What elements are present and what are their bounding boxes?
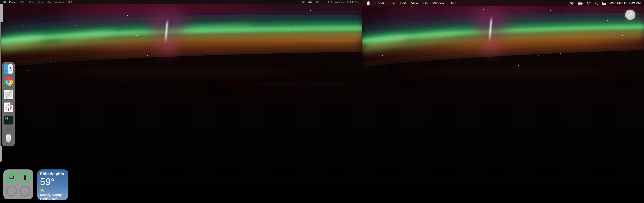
offscreen-window-edge-bottom[interactable] <box>0 146 2 162</box>
running-indicator <box>1 120 2 120</box>
control-center-icon[interactable] <box>328 1 332 3</box>
running-indicator <box>1 94 2 95</box>
wifi-icon[interactable] <box>316 1 319 3</box>
menu-edit[interactable]: Edit <box>29 1 34 4</box>
menu-file[interactable]: File <box>21 1 25 4</box>
control-center-icon[interactable] <box>602 2 606 5</box>
gear-icon[interactable] <box>302 1 305 4</box>
weather-high-low: H:59° L:42° <box>40 197 66 201</box>
running-indicator <box>1 107 2 108</box>
batteries-widget[interactable] <box>3 170 33 199</box>
dock-item-trash[interactable] <box>4 133 13 144</box>
apple-menu-icon[interactable] <box>3 0 6 4</box>
menu-window[interactable]: Window <box>55 1 64 4</box>
menu-view[interactable]: View <box>38 1 43 4</box>
menubar-clock[interactable]: Wed Mar 12 4:49 PM <box>335 1 358 4</box>
gear-icon[interactable] <box>570 1 574 5</box>
battery-slot-laptop <box>6 172 18 184</box>
mouse-icon <box>24 175 26 180</box>
weather-widget[interactable]: Philadelphia 59° Mostly Sunny H:59° L:42… <box>37 170 68 200</box>
wifi-icon[interactable] <box>587 2 591 5</box>
dock-item-finder[interactable] <box>4 64 13 74</box>
apple-menu-icon[interactable] <box>366 1 370 6</box>
dock-item-textedit[interactable] <box>4 90 13 99</box>
menu-edit[interactable]: Edit <box>400 1 406 5</box>
dock-item-terminal[interactable]: $ <box>4 115 13 125</box>
battery-charging-icon[interactable] <box>308 1 312 3</box>
battery-slot-empty <box>6 185 18 197</box>
active-app-menu[interactable]: Finder <box>9 1 16 4</box>
spotlight-search-icon[interactable] <box>595 2 598 5</box>
running-indicator <box>1 68 2 69</box>
menu-view[interactable]: View <box>411 1 418 5</box>
menubar-time: 4:49 PM <box>629 1 641 5</box>
menubar-date: Wed Mar 12 <box>335 1 348 4</box>
menubar-time: 4:49 PM <box>350 1 358 4</box>
display-right: Finder File Edit View Go Window Help <box>362 0 644 203</box>
weather-city: Philadelphia <box>40 172 66 176</box>
menubar-date: Wed Mar 12 <box>610 1 627 5</box>
battery-slot-mouse <box>19 172 31 184</box>
battery-charging-icon[interactable] <box>578 2 583 4</box>
dock: $ <box>2 62 15 146</box>
spotlight-search-icon[interactable] <box>322 1 325 4</box>
menu-window[interactable]: Window <box>433 1 444 5</box>
offscreen-window-edge-top[interactable] <box>0 4 3 22</box>
dock-separator <box>4 130 12 130</box>
menubar-clock[interactable]: Wed Mar 12 4:49 PM <box>610 1 641 5</box>
laptop-icon <box>9 176 14 179</box>
battery-slot-empty <box>19 185 31 197</box>
menu-help[interactable]: Help <box>68 1 73 4</box>
sun-icon <box>40 188 66 192</box>
menu-go[interactable]: Go <box>423 1 428 5</box>
aurora-wallpaper <box>362 0 644 203</box>
active-app-menu[interactable]: Finder <box>375 1 384 5</box>
dock-item-slack[interactable] <box>4 102 13 112</box>
display-left: Finder File Edit View Go Window Help <box>0 0 362 203</box>
moon <box>624 9 636 21</box>
menubar-right-display: Finder File Edit View Go Window Help <box>362 0 644 6</box>
slack-notification-badge <box>10 102 14 106</box>
running-indicator <box>1 81 2 82</box>
svg-text:$: $ <box>5 117 7 120</box>
weather-condition: Mostly Sunny <box>40 193 66 197</box>
dock-item-chrome[interactable] <box>4 77 13 86</box>
menu-help[interactable]: Help <box>450 1 456 5</box>
menu-file[interactable]: File <box>390 1 395 5</box>
menu-go[interactable]: Go <box>48 1 51 4</box>
menubar-left-display: Finder File Edit View Go Window Help <box>0 0 362 4</box>
weather-temperature: 59° <box>40 177 66 186</box>
offscreen-window-edge-mid[interactable] <box>0 22 1 146</box>
